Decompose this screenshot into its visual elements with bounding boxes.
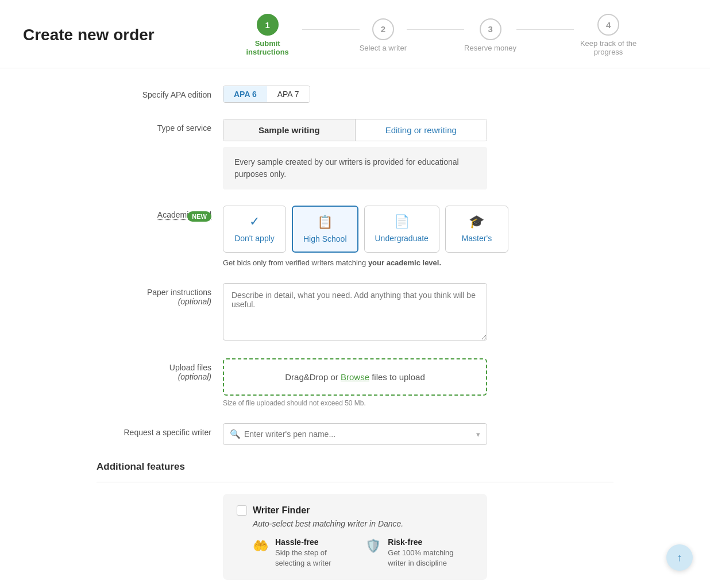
writer-search-input[interactable] [223, 423, 487, 445]
service-control: Sample writing Editing or rewriting Ever… [223, 119, 613, 189]
upload-label-note: (optional) [97, 372, 211, 381]
additional-features-section: Additional features Writer Finder Auto-s… [97, 461, 613, 580]
writer-row: Request a specific writer 🔍 ▾ [97, 423, 613, 445]
apa-row: Specify APA edition APA 6 APA 7 [97, 86, 613, 103]
section-divider [97, 482, 613, 482]
step-label-4: Keep track of the progress [574, 39, 643, 56]
writer-finder-features: 🤲 Hassle-free Skip the step of selecting… [237, 537, 473, 568]
step-line-1 [302, 29, 360, 30]
academic-masters[interactable]: 🎓 Master's [445, 206, 508, 253]
paper-textarea[interactable] [223, 283, 487, 341]
hassle-free-desc: Skip the step of selecting a writer [275, 548, 348, 568]
wf-subtitle-after: . [401, 519, 403, 528]
apa-control: APA 6 APA 7 [223, 86, 613, 103]
step-1[interactable]: 1 Submit instructions [233, 14, 302, 56]
upload-after-text: files to upload [369, 372, 425, 382]
service-row: Type of service Sample writing Editing o… [97, 119, 613, 189]
academic-cards: ✓ Don't apply 📋 High School 📄 Undergradu… [223, 206, 613, 253]
risk-free-desc: Get 100% matching writer in discipline [388, 548, 473, 568]
writer-control: 🔍 ▾ [223, 423, 613, 445]
scroll-top-button[interactable]: ↑ [666, 544, 693, 571]
main-content: Specify APA edition APA 6 APA 7 Type of … [74, 68, 636, 588]
step-label-3: Reserve money [464, 44, 516, 52]
apa-label: Specify APA edition [97, 86, 211, 99]
academic-hint-bold: your academic level. [368, 258, 441, 267]
academic-undergraduate[interactable]: 📄 Undergraduate [364, 206, 439, 253]
step-line-2 [407, 29, 464, 30]
step-circle-2: 2 [372, 18, 394, 40]
step-2[interactable]: 2 Select a writer [360, 18, 407, 52]
search-icon: 🔍 [230, 429, 241, 439]
academic-row: Academic level NEW ✓ Don't apply 📋 High … [97, 206, 613, 267]
writer-input-wrap: 🔍 ▾ [223, 423, 487, 445]
upload-label: Upload files [169, 363, 211, 372]
academic-high-school[interactable]: 📋 High School [292, 206, 358, 253]
step-circle-4: 4 [597, 14, 619, 36]
service-info-text: Every sample created by our writers is p… [234, 157, 459, 179]
step-label-2: Select a writer [360, 44, 407, 52]
upload-control: Drag&Drop or Browse files to upload Size… [223, 358, 613, 407]
upload-label-wrap: Upload files (optional) [97, 358, 211, 381]
risk-free-feature: 🛡️ Risk-free Get 100% matching writer in… [365, 537, 473, 568]
masters-icon: 🎓 [469, 214, 484, 229]
sample-writing-button[interactable]: Sample writing [223, 119, 356, 141]
paper-label: Paper instructions [147, 288, 211, 297]
editing-rewriting-button[interactable]: Editing or rewriting [356, 119, 487, 141]
upload-hint: Size of file uploaded should not exceed … [223, 399, 613, 407]
step-circle-3: 3 [480, 18, 501, 40]
academic-label-wrap: Academic level NEW [97, 206, 211, 219]
apa6-button[interactable]: APA 6 [223, 86, 267, 102]
hassle-free-feature: 🤲 Hassle-free Skip the step of selecting… [253, 537, 348, 568]
undergraduate-icon: 📄 [394, 214, 410, 229]
high-school-label: High School [303, 234, 347, 243]
upload-drag-text: Drag&Drop or [285, 372, 341, 382]
wf-subtitle-italic: Dance [378, 519, 401, 528]
apa7-button[interactable]: APA 7 [267, 86, 310, 102]
writer-finder-box: Writer Finder Auto-select best matching … [223, 494, 487, 580]
step-4[interactable]: 4 Keep track of the progress [574, 14, 643, 56]
dont-apply-icon: ✓ [249, 214, 260, 229]
service-label: Type of service [97, 119, 211, 133]
apa-toggle-group: APA 6 APA 7 [223, 86, 310, 103]
academic-dont-apply[interactable]: ✓ Don't apply [223, 206, 286, 253]
hassle-free-title: Hassle-free [275, 537, 348, 547]
writer-label: Request a specific writer [97, 423, 211, 437]
writer-finder-checkbox[interactable] [237, 505, 247, 516]
upload-browse-link[interactable]: Browse [341, 372, 369, 382]
risk-free-text: Risk-free Get 100% matching writer in di… [388, 537, 473, 568]
risk-free-title: Risk-free [388, 537, 473, 547]
dont-apply-label: Don't apply [234, 234, 275, 243]
writer-finder-header: Writer Finder [237, 505, 473, 516]
upload-row: Upload files (optional) Drag&Drop or Bro… [97, 358, 613, 407]
wf-subtitle-before: Auto-select best matching writer in [253, 519, 378, 528]
paper-control [223, 283, 613, 342]
risk-free-icon: 🛡️ [365, 539, 381, 554]
page-title: Create new order [23, 26, 155, 44]
step-3[interactable]: 3 Reserve money [464, 18, 516, 52]
academic-new-badge: NEW [187, 211, 211, 222]
academic-hint-text: Get bids only from verified writers matc… [223, 258, 368, 267]
chevron-down-icon: ▾ [476, 430, 480, 439]
academic-control: ✓ Don't apply 📋 High School 📄 Undergradu… [223, 206, 613, 267]
page-header: Create new order 1 Submit instructions 2… [0, 0, 710, 68]
stepper: 1 Submit instructions 2 Select a writer … [189, 14, 687, 56]
hassle-free-icon: 🤲 [253, 539, 268, 554]
undergraduate-label: Undergraduate [375, 234, 429, 243]
step-label-1: Submit instructions [233, 39, 302, 56]
upload-dropzone[interactable]: Drag&Drop or Browse files to upload [223, 358, 487, 396]
service-info-box: Every sample created by our writers is p… [223, 147, 487, 189]
paper-label-wrap: Paper instructions (optional) [97, 283, 211, 306]
writer-finder-subtitle: Auto-select best matching writer in Danc… [237, 519, 473, 528]
service-toggle-group: Sample writing Editing or rewriting [223, 119, 487, 141]
step-line-3 [516, 29, 574, 30]
writer-finder-title: Writer Finder [253, 505, 310, 516]
paper-row: Paper instructions (optional) [97, 283, 613, 342]
masters-label: Master's [462, 234, 492, 243]
step-circle-1: 1 [257, 14, 279, 36]
additional-title: Additional features [97, 461, 613, 473]
paper-label-note: (optional) [97, 297, 211, 306]
hassle-free-text: Hassle-free Skip the step of selecting a… [275, 537, 348, 568]
high-school-icon: 📋 [317, 215, 333, 230]
academic-hint: Get bids only from verified writers matc… [223, 258, 613, 267]
